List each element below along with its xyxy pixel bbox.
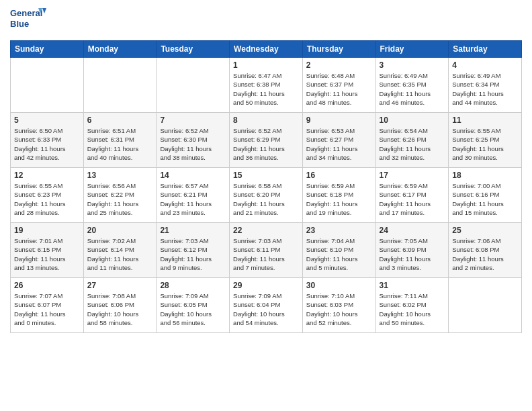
calendar-cell: 4Sunrise: 6:49 AMSunset: 6:34 PMDaylight… bbox=[449, 58, 522, 113]
day-info: Sunrise: 7:01 AMSunset: 6:15 PMDaylight:… bbox=[14, 236, 80, 272]
day-number: 10 bbox=[380, 116, 445, 125]
calendar-cell: 8Sunrise: 6:52 AMSunset: 6:29 PMDaylight… bbox=[230, 113, 303, 168]
day-number: 1 bbox=[233, 60, 299, 70]
day-info: Sunrise: 7:05 AMSunset: 6:09 PMDaylight:… bbox=[380, 236, 445, 272]
day-info: Sunrise: 7:09 AMSunset: 6:05 PMDaylight:… bbox=[160, 291, 226, 327]
calendar-cell: 31Sunrise: 7:11 AMSunset: 6:02 PMDayligh… bbox=[375, 278, 449, 333]
calendar-cell: 30Sunrise: 7:10 AMSunset: 6:03 PMDayligh… bbox=[302, 278, 375, 333]
calendar-header-row: SundayMondayTuesdayWednesdayThursdayFrid… bbox=[11, 41, 522, 58]
day-number: 25 bbox=[452, 226, 518, 235]
day-number: 15 bbox=[233, 171, 299, 180]
calendar-week-row: 5Sunrise: 6:50 AMSunset: 6:33 PMDaylight… bbox=[11, 113, 522, 168]
day-info: Sunrise: 6:53 AMSunset: 6:27 PMDaylight:… bbox=[306, 126, 372, 162]
day-number: 17 bbox=[380, 171, 445, 180]
day-number: 21 bbox=[160, 226, 226, 235]
day-number: 29 bbox=[233, 281, 299, 290]
calendar-cell: 25Sunrise: 7:06 AMSunset: 6:08 PMDayligh… bbox=[449, 223, 522, 278]
calendar-header-tuesday: Tuesday bbox=[157, 41, 230, 58]
calendar-cell: 23Sunrise: 7:04 AMSunset: 6:10 PMDayligh… bbox=[302, 223, 375, 278]
svg-text:Blue: Blue bbox=[10, 19, 29, 29]
page-header: General Blue bbox=[10, 7, 522, 35]
calendar-cell bbox=[83, 58, 157, 113]
day-number: 12 bbox=[14, 171, 80, 180]
day-info: Sunrise: 6:59 AMSunset: 6:18 PMDaylight:… bbox=[306, 181, 372, 217]
calendar-header-friday: Friday bbox=[375, 41, 449, 58]
calendar-cell: 21Sunrise: 7:03 AMSunset: 6:12 PMDayligh… bbox=[157, 223, 230, 278]
day-info: Sunrise: 7:07 AMSunset: 6:07 PMDaylight:… bbox=[14, 291, 80, 327]
svg-text:General: General bbox=[10, 8, 42, 18]
day-number: 27 bbox=[87, 281, 153, 290]
calendar-cell: 24Sunrise: 7:05 AMSunset: 6:09 PMDayligh… bbox=[375, 223, 449, 278]
calendar-cell: 17Sunrise: 6:59 AMSunset: 6:17 PMDayligh… bbox=[375, 168, 449, 223]
day-info: Sunrise: 6:50 AMSunset: 6:33 PMDaylight:… bbox=[14, 126, 80, 162]
day-number: 5 bbox=[14, 116, 80, 125]
day-info: Sunrise: 7:08 AMSunset: 6:06 PMDaylight:… bbox=[87, 291, 153, 327]
day-info: Sunrise: 6:51 AMSunset: 6:31 PMDaylight:… bbox=[87, 126, 153, 162]
calendar-week-row: 26Sunrise: 7:07 AMSunset: 6:07 PMDayligh… bbox=[11, 278, 522, 333]
day-info: Sunrise: 6:55 AMSunset: 6:25 PMDaylight:… bbox=[452, 126, 518, 162]
calendar-cell: 28Sunrise: 7:09 AMSunset: 6:05 PMDayligh… bbox=[157, 278, 230, 333]
day-info: Sunrise: 7:03 AMSunset: 6:11 PMDaylight:… bbox=[233, 236, 299, 272]
day-number: 14 bbox=[160, 171, 226, 180]
calendar-cell: 6Sunrise: 6:51 AMSunset: 6:31 PMDaylight… bbox=[83, 113, 157, 168]
day-number: 13 bbox=[87, 171, 153, 180]
calendar-cell: 15Sunrise: 6:58 AMSunset: 6:20 PMDayligh… bbox=[230, 168, 303, 223]
calendar-cell: 3Sunrise: 6:49 AMSunset: 6:35 PMDaylight… bbox=[375, 58, 449, 113]
day-number: 6 bbox=[87, 116, 153, 125]
calendar-header-saturday: Saturday bbox=[449, 41, 522, 58]
day-number: 11 bbox=[452, 116, 518, 125]
calendar-cell: 1Sunrise: 6:47 AMSunset: 6:38 PMDaylight… bbox=[230, 58, 303, 113]
day-info: Sunrise: 6:55 AMSunset: 6:23 PMDaylight:… bbox=[14, 181, 80, 217]
day-number: 23 bbox=[306, 226, 372, 235]
day-info: Sunrise: 6:56 AMSunset: 6:22 PMDaylight:… bbox=[87, 181, 153, 217]
day-number: 22 bbox=[233, 226, 299, 235]
day-info: Sunrise: 6:58 AMSunset: 6:20 PMDaylight:… bbox=[233, 181, 299, 217]
calendar-week-row: 1Sunrise: 6:47 AMSunset: 6:38 PMDaylight… bbox=[11, 58, 522, 113]
day-info: Sunrise: 6:49 AMSunset: 6:34 PMDaylight:… bbox=[452, 71, 518, 107]
calendar-cell: 16Sunrise: 6:59 AMSunset: 6:18 PMDayligh… bbox=[302, 168, 375, 223]
calendar-cell: 5Sunrise: 6:50 AMSunset: 6:33 PMDaylight… bbox=[11, 113, 84, 168]
day-number: 19 bbox=[14, 226, 80, 235]
day-number: 20 bbox=[87, 226, 153, 235]
day-info: Sunrise: 6:54 AMSunset: 6:26 PMDaylight:… bbox=[380, 126, 445, 162]
calendar-cell bbox=[449, 278, 522, 333]
calendar-cell: 19Sunrise: 7:01 AMSunset: 6:15 PMDayligh… bbox=[11, 223, 84, 278]
day-number: 7 bbox=[160, 116, 226, 125]
day-info: Sunrise: 6:57 AMSunset: 6:21 PMDaylight:… bbox=[160, 181, 226, 217]
day-number: 4 bbox=[452, 60, 518, 70]
calendar-cell: 2Sunrise: 6:48 AMSunset: 6:37 PMDaylight… bbox=[302, 58, 375, 113]
calendar-cell bbox=[157, 58, 230, 113]
calendar-cell: 13Sunrise: 6:56 AMSunset: 6:22 PMDayligh… bbox=[83, 168, 157, 223]
day-info: Sunrise: 6:48 AMSunset: 6:37 PMDaylight:… bbox=[306, 71, 372, 107]
day-info: Sunrise: 7:10 AMSunset: 6:03 PMDaylight:… bbox=[306, 291, 372, 327]
day-info: Sunrise: 7:06 AMSunset: 6:08 PMDaylight:… bbox=[452, 236, 518, 272]
calendar-cell bbox=[11, 58, 84, 113]
calendar-cell: 12Sunrise: 6:55 AMSunset: 6:23 PMDayligh… bbox=[11, 168, 84, 223]
day-number: 9 bbox=[306, 116, 372, 125]
day-info: Sunrise: 7:09 AMSunset: 6:04 PMDaylight:… bbox=[233, 291, 299, 327]
day-info: Sunrise: 7:02 AMSunset: 6:14 PMDaylight:… bbox=[87, 236, 153, 272]
day-number: 18 bbox=[452, 171, 518, 180]
calendar-cell: 10Sunrise: 6:54 AMSunset: 6:26 PMDayligh… bbox=[375, 113, 449, 168]
day-info: Sunrise: 6:52 AMSunset: 6:30 PMDaylight:… bbox=[160, 126, 226, 162]
day-info: Sunrise: 6:49 AMSunset: 6:35 PMDaylight:… bbox=[380, 71, 445, 107]
svg-marker-3 bbox=[42, 8, 46, 13]
calendar-header-monday: Monday bbox=[83, 41, 157, 58]
calendar-cell: 20Sunrise: 7:02 AMSunset: 6:14 PMDayligh… bbox=[83, 223, 157, 278]
calendar-cell: 11Sunrise: 6:55 AMSunset: 6:25 PMDayligh… bbox=[449, 113, 522, 168]
day-number: 26 bbox=[14, 281, 80, 290]
day-number: 8 bbox=[233, 116, 299, 125]
day-info: Sunrise: 7:11 AMSunset: 6:02 PMDaylight:… bbox=[380, 291, 445, 327]
page-container: General Blue SundayMondayTuesdayWednesda… bbox=[0, 0, 532, 411]
day-info: Sunrise: 7:04 AMSunset: 6:10 PMDaylight:… bbox=[306, 236, 372, 272]
calendar-cell: 29Sunrise: 7:09 AMSunset: 6:04 PMDayligh… bbox=[230, 278, 303, 333]
day-info: Sunrise: 6:52 AMSunset: 6:29 PMDaylight:… bbox=[233, 126, 299, 162]
calendar-cell: 26Sunrise: 7:07 AMSunset: 6:07 PMDayligh… bbox=[11, 278, 84, 333]
day-number: 3 bbox=[380, 60, 445, 70]
calendar-cell: 18Sunrise: 7:00 AMSunset: 6:16 PMDayligh… bbox=[449, 168, 522, 223]
day-number: 28 bbox=[160, 281, 226, 290]
day-number: 30 bbox=[306, 281, 372, 290]
day-number: 31 bbox=[380, 281, 445, 290]
calendar-header-wednesday: Wednesday bbox=[230, 41, 303, 58]
day-number: 2 bbox=[306, 60, 372, 70]
